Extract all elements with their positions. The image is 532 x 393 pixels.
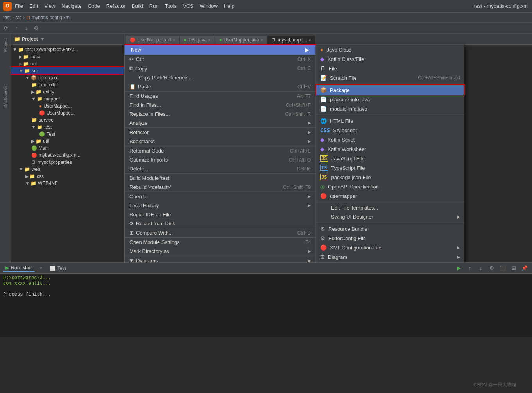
menu-item-help[interactable]: Help bbox=[224, 3, 235, 9]
tree-entity[interactable]: ▶ 📁 entity bbox=[11, 88, 124, 95]
breadcrumb-file[interactable]: mybatis-config.xml bbox=[32, 15, 70, 20]
menu-item-delete[interactable]: Delete... Delete bbox=[125, 164, 315, 173]
tree-out[interactable]: ▶ 📁 out bbox=[11, 60, 124, 67]
close-main-tab-icon[interactable]: × bbox=[39, 265, 43, 271]
submenu-usermapper[interactable]: 🔴 usermapper bbox=[316, 191, 464, 201]
project-strip-label[interactable]: Project bbox=[3, 38, 8, 52]
submenu-http-request[interactable]: API HTTP Request bbox=[316, 262, 464, 262]
tree-web-inf[interactable]: ▼ 📁 WEB-INF bbox=[11, 180, 124, 187]
close-icon[interactable]: × bbox=[309, 38, 311, 42]
submenu-diagram[interactable]: ⊞ Diagram ▶ bbox=[316, 252, 464, 262]
tree-test-folder[interactable]: ▼ 📁 test bbox=[11, 124, 124, 131]
submenu-html[interactable]: 🌐 HTML File bbox=[316, 116, 464, 126]
menu-item-window[interactable]: Window bbox=[200, 3, 218, 9]
menu-item-run[interactable]: Run bbox=[149, 3, 159, 9]
run-down-btn[interactable]: ↓ bbox=[476, 264, 485, 273]
menu-item-open-in[interactable]: Open In ▶ bbox=[125, 192, 315, 201]
tree-mapper[interactable]: ▼ 📁 mapper bbox=[11, 95, 124, 102]
run-play-btn[interactable]: ▶ bbox=[455, 264, 463, 273]
toolbar-sync-btn[interactable]: ⟳ bbox=[2, 24, 10, 32]
submenu-openapi[interactable]: ◎ OpenAPI Specification bbox=[316, 182, 464, 191]
submenu-edit-templates[interactable]: Edit File Templates... bbox=[316, 203, 464, 212]
menu-item-mark-directory[interactable]: Mark Directory as ▶ bbox=[125, 247, 315, 256]
run-pin-btn[interactable]: 📌 bbox=[520, 264, 529, 273]
menu-item-refactor[interactable]: Refactor bbox=[106, 3, 125, 9]
menu-item-find-usages[interactable]: Find Usages Alt+F7 bbox=[125, 92, 315, 100]
tree-mysql-props[interactable]: 🗒 mysql.properties bbox=[11, 159, 124, 166]
menu-item-build[interactable]: Build bbox=[132, 3, 143, 9]
toolbar-up-btn[interactable]: ↑ bbox=[12, 24, 20, 32]
menu-item-edit[interactable]: Edit bbox=[29, 3, 38, 9]
menu-item-paste[interactable]: 📋 Paste Ctrl+V bbox=[125, 82, 315, 91]
tree-util[interactable]: ▶ 📁 util bbox=[11, 138, 124, 145]
submenu-ts[interactable]: TS TypeScript File bbox=[316, 163, 464, 172]
menu-item-navigate[interactable]: Navigate bbox=[61, 3, 81, 9]
menu-item-vcs[interactable]: VCS bbox=[183, 3, 193, 9]
submenu-module-info[interactable]: 📄 module-info.java bbox=[316, 104, 464, 113]
tree-usermapper-xml[interactable]: 🔴 UserMappe... bbox=[11, 109, 124, 117]
tree-test-class[interactable]: 🟢 Test bbox=[11, 131, 124, 138]
close-icon[interactable]: × bbox=[173, 38, 175, 42]
tab-mysql-props[interactable]: 🗒 mysql.prope... × bbox=[267, 36, 315, 44]
tree-controller[interactable]: 📁 controller bbox=[11, 81, 124, 88]
submenu-js[interactable]: JS JavaScript File bbox=[316, 154, 464, 163]
project-dropdown-icon[interactable]: ▼ bbox=[40, 36, 45, 42]
menu-item-module-settings[interactable]: Open Module Settings F4 bbox=[125, 238, 315, 247]
submenu-file[interactable]: 🗒 File bbox=[316, 64, 464, 73]
submenu-kotlin-worksheet[interactable]: ◆ Kotlin Worksheet bbox=[316, 144, 464, 154]
bookmarks-strip-label[interactable]: Bookmarks bbox=[3, 86, 8, 108]
tree-mybatis-config[interactable]: 🔴 mybatis-config.xm... bbox=[11, 152, 124, 159]
menu-item-rebuild[interactable]: Rebuild '<default>' Ctrl+Shift+F9 bbox=[125, 183, 315, 192]
submenu-package[interactable]: 📦 Package bbox=[316, 85, 464, 95]
menu-item-tools[interactable]: Tools bbox=[165, 3, 177, 9]
submenu-kotlin-script[interactable]: ◆ Kotlin Script bbox=[316, 135, 464, 144]
menu-item-find-in-files[interactable]: Find in Files... Ctrl+Shift+F bbox=[125, 100, 315, 109]
submenu-xml-config[interactable]: 🔴 XML Configuration File ▶ bbox=[316, 243, 464, 252]
tab-test-java[interactable]: ● Test.java × bbox=[180, 36, 214, 44]
tree-usermapper-java[interactable]: ● UserMappe... bbox=[11, 102, 124, 109]
menu-item-copy[interactable]: ⧉ Copy Ctrl+C bbox=[125, 64, 315, 73]
menu-item-analyze[interactable]: Analyze ▶ bbox=[125, 118, 315, 127]
breadcrumb-test[interactable]: test bbox=[3, 15, 11, 20]
toolbar-settings-btn[interactable]: ⚙ bbox=[32, 24, 41, 32]
run-up-btn[interactable]: ↑ bbox=[466, 264, 474, 273]
submenu-scratch-file[interactable]: 📝 Scratch File Ctrl+Alt+Shift+Insert bbox=[316, 73, 464, 83]
tree-web[interactable]: ▼ 📁 web bbox=[11, 166, 124, 173]
context-menu-new[interactable]: New ▶ bbox=[125, 45, 315, 55]
submenu-package-info[interactable]: 📄 package-info.java bbox=[316, 95, 464, 104]
menu-item-optimize-imports[interactable]: Optimize Imports Ctrl+Alt+O bbox=[125, 155, 315, 164]
close-icon[interactable]: × bbox=[208, 38, 211, 42]
tree-service[interactable]: 📁 service bbox=[11, 117, 124, 124]
submenu-package-json[interactable]: JS package.json File bbox=[316, 172, 464, 182]
submenu-kotlin-class[interactable]: ◆ Kotlin Class/File bbox=[316, 54, 464, 64]
menu-item-file[interactable]: File bbox=[15, 3, 23, 9]
tree-css[interactable]: ▶ 📁 css bbox=[11, 173, 124, 180]
menu-item-diagrams[interactable]: ⊞ Diagrams ▶ bbox=[125, 256, 315, 262]
menu-item-compare-with[interactable]: ⊞ Compare With... Ctrl+D bbox=[125, 228, 315, 237]
run-stop-btn[interactable]: ⬛ bbox=[498, 264, 507, 273]
run-settings-btn[interactable]: ⚙ bbox=[487, 264, 496, 273]
submenu-stylesheet[interactable]: CSS Stylesheet bbox=[316, 126, 464, 135]
menu-item-code[interactable]: Code bbox=[88, 3, 100, 9]
submenu-java-class[interactable]: ● Java Class bbox=[316, 45, 464, 54]
menu-item-cut[interactable]: ✂ Cut Ctrl+X bbox=[125, 55, 315, 64]
breadcrumb-src[interactable]: src bbox=[15, 15, 21, 20]
menu-item-reformat[interactable]: Reformat Code Ctrl+Alt+L bbox=[125, 146, 315, 155]
bottom-tab-run-main[interactable]: ▶ Run: Main bbox=[3, 264, 35, 272]
toolbar-down-btn[interactable]: ↓ bbox=[22, 24, 30, 32]
tab-usermapper-xml[interactable]: 🔴 UserMapper.xml × bbox=[126, 36, 179, 44]
menu-item-repair-ide[interactable]: Repair IDE on File bbox=[125, 210, 315, 219]
menu-item-copy-path[interactable]: Copy Path/Reference... bbox=[125, 73, 315, 82]
submenu-editorconfig[interactable]: ⚙ EditorConfig File bbox=[316, 233, 464, 243]
bottom-tab-test[interactable]: ⬜ Test bbox=[47, 265, 68, 272]
tab-usermapper-java[interactable]: ● UserMapper.java × bbox=[215, 36, 267, 44]
menu-item-refactor[interactable]: Refactor ▶ bbox=[125, 128, 315, 137]
tree-com-xxxx[interactable]: ▼ 📦 com.xxxx bbox=[11, 74, 124, 81]
menu-item-local-history[interactable]: Local History ▶ bbox=[125, 201, 315, 210]
submenu-swing-ui[interactable]: Swing UI Designer ▶ bbox=[316, 212, 464, 221]
tree-src[interactable]: ▼ 📁 src bbox=[11, 67, 124, 74]
menu-item-bookmarks[interactable]: Bookmarks ▶ bbox=[125, 137, 315, 146]
tree-main-class[interactable]: 🟢 Main bbox=[11, 145, 124, 152]
submenu-resource-bundle[interactable]: ⚙ Resource Bundle bbox=[316, 224, 464, 233]
close-icon[interactable]: × bbox=[261, 38, 263, 42]
